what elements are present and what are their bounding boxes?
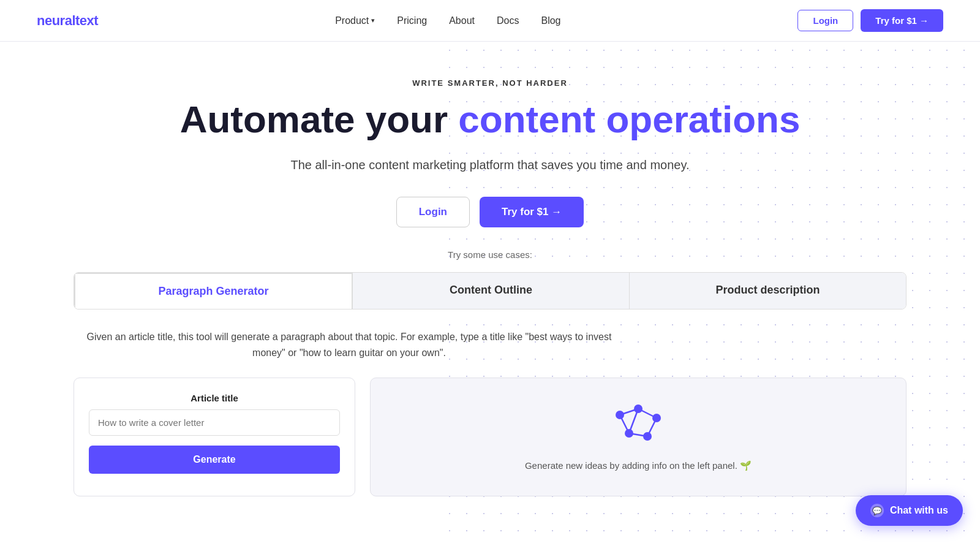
nav-product-label: Product — [335, 15, 369, 26]
hero-content: WRITE SMARTER, NOT HARDER Automate your … — [12, 78, 968, 260]
hero-section: WRITE SMARTER, NOT HARDER Automate your … — [0, 42, 980, 543]
nav-item-about[interactable]: About — [449, 15, 475, 26]
login-button-hero[interactable]: Login — [396, 197, 470, 227]
demo-section: Given an article title, this tool will g… — [12, 309, 968, 521]
nav-blog-label: Blog — [541, 15, 560, 26]
tab-product-description[interactable]: Product description — [630, 273, 906, 309]
nav-item-docs[interactable]: Docs — [497, 15, 519, 26]
nav-actions: Login Try for $1 → — [797, 9, 943, 32]
hero-title: Automate your content operations — [12, 99, 968, 140]
nav-docs-label: Docs — [497, 15, 519, 26]
hero-title-part1: Automate your — [180, 98, 459, 140]
nav-item-product[interactable]: Product ▾ — [335, 15, 375, 26]
demo-right-panel: Generate new ideas by adding info on the… — [370, 378, 907, 496]
hero-title-accent: content operations — [458, 98, 800, 140]
nav-links: Product ▾ Pricing About Docs Blog — [335, 15, 560, 26]
chat-widget[interactable]: 💬 Chat with us — [856, 495, 963, 526]
use-cases-label: Try some use cases: — [12, 249, 968, 260]
login-button-nav[interactable]: Login — [797, 10, 853, 31]
logo-text-accent: text — [75, 13, 98, 28]
svg-line-8 — [629, 409, 638, 433]
nav-about-label: About — [449, 15, 475, 26]
hero-eyebrow: WRITE SMARTER, NOT HARDER — [12, 78, 968, 88]
nav-item-blog[interactable]: Blog — [541, 15, 560, 26]
tabs-section: Paragraph Generator Content Outline Prod… — [12, 272, 968, 309]
generate-button[interactable]: Generate — [89, 446, 340, 474]
logo-text-dark: neural — [37, 13, 75, 28]
tabs-row: Paragraph Generator Content Outline Prod… — [74, 272, 907, 309]
demo-panels: Article title Generate — [74, 378, 907, 496]
navbar: neuraltext Product ▾ Pricing About Docs … — [0, 0, 980, 42]
logo[interactable]: neuraltext — [37, 13, 98, 29]
article-title-label: Article title — [89, 393, 340, 403]
chat-bubble-icon: 💬 — [870, 504, 884, 517]
neural-icon — [611, 403, 666, 448]
chat-label: Chat with us — [890, 505, 948, 516]
hero-buttons: Login Try for $1 → — [12, 197, 968, 227]
demo-right-text: Generate new ideas by adding info on the… — [525, 460, 752, 471]
chevron-down-icon: ▾ — [371, 17, 375, 25]
try-button-nav[interactable]: Try for $1 → — [861, 9, 943, 32]
svg-line-7 — [620, 415, 629, 433]
svg-line-6 — [638, 409, 657, 418]
demo-left-panel: Article title Generate — [74, 378, 355, 496]
nav-pricing-label: Pricing — [397, 15, 427, 26]
tab-content-outline[interactable]: Content Outline — [353, 273, 630, 309]
svg-line-9 — [647, 418, 657, 436]
article-title-input[interactable] — [89, 409, 340, 436]
hero-subtitle: The all-in-one content marketing platfor… — [12, 155, 968, 175]
try-button-hero[interactable]: Try for $1 → — [480, 197, 584, 227]
tab-paragraph-generator[interactable]: Paragraph Generator — [74, 273, 353, 309]
demo-description: Given an article title, this tool will g… — [74, 329, 625, 360]
nav-item-pricing[interactable]: Pricing — [397, 15, 427, 26]
